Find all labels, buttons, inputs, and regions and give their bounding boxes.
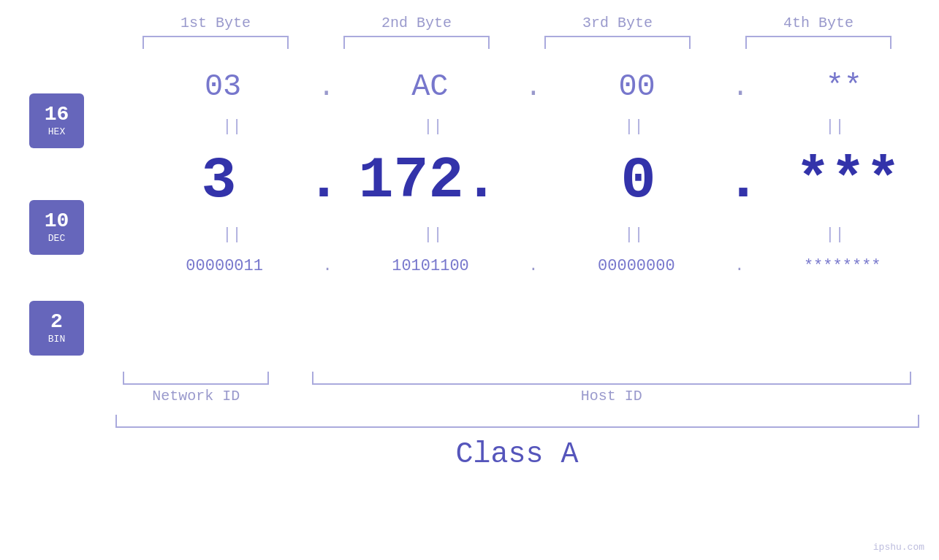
bracket-top-4 [745,36,892,49]
bin-cell-1: 00000011 [137,257,312,275]
dec-value-1: 3 [167,147,270,214]
bracket-long [115,415,919,428]
hex-cell-2: AC [342,69,517,104]
equals-1-1: || [145,118,320,136]
dec-value-4: *** [795,147,900,214]
hex-value-4: ** [793,69,895,104]
dec-row: 3 . 172. . 0 . *** [132,142,935,220]
dec-badge-number: 10 [45,210,69,233]
bracket-network [123,372,269,385]
dec-dot-3: . [726,147,761,214]
bin-dot-2: . [528,257,538,275]
hex-cell-1: 03 [135,69,311,104]
bin-cell-2: 10101100 [343,257,518,275]
equals-1-4: || [748,118,923,136]
bin-cell-4: ******** [755,257,930,275]
equals-row-2: || || || || [132,226,935,244]
hex-value-1: 03 [172,69,274,104]
hex-badge-label: HEX [48,126,65,138]
byte2-label: 2nd Byte [329,15,504,31]
dec-dot-1: . [306,147,341,214]
hex-cell-3: 00 [550,69,725,104]
bin-dot-3: . [734,257,744,275]
bin-badge-wrapper: 2 BIN [29,291,124,364]
dec-cell-4: *** [761,147,935,214]
dec-cell-2: 172. [341,147,516,214]
byte3-label: 3rd Byte [530,15,705,31]
dec-value-3: 0 [587,147,689,214]
hex-badge-number: 16 [45,104,69,126]
data-grid: 03 . AC . 00 . ** || || || || [132,56,935,283]
badges-column: 16 HEX 10 DEC 2 BIN [29,56,124,364]
main-container: 1st Byte 2nd Byte 3rd Byte 4th Byte 16 H… [0,0,939,560]
equals-1-2: || [346,118,521,136]
class-label: Class A [455,438,578,471]
bin-badge-number: 2 [50,311,63,334]
network-id-label: Network ID [123,388,269,404]
equals-1-3: || [547,118,722,136]
equals-2-1: || [145,226,320,244]
bracket-host [312,372,911,385]
hex-row: 03 . AC . 00 . ** [132,62,935,112]
dec-cell-3: 0 [551,147,726,214]
equals-row-1: || || || || [132,118,935,136]
bin-cell-3: 00000000 [549,257,724,275]
bracket-top-2 [343,36,490,49]
byte-headers: 1st Byte 2nd Byte 3rd Byte 4th Byte [115,15,919,31]
hex-badge-wrapper: 16 HEX [29,78,124,163]
byte4-label: 4th Byte [731,15,906,31]
watermark: ipshu.com [873,542,924,553]
dec-cell-1: 3 [132,147,306,214]
bin-row: 00000011 . 10101100 . 00000000 . *******… [132,250,935,283]
bin-dot-1: . [322,257,332,275]
equals-2-4: || [748,226,923,244]
bracket-top-3 [544,36,691,49]
dec-value-2: 172. [358,147,498,214]
hex-dot-2: . [525,72,542,103]
equals-2-3: || [547,226,722,244]
bottom-section: Network ID Host ID Class A [0,372,939,478]
bin-value-2: 10101100 [379,257,482,275]
hex-cell-4: ** [756,69,932,104]
bin-value-1: 00000011 [173,257,275,275]
hex-badge: 16 HEX [29,93,84,148]
bin-value-3: 00000000 [585,257,688,275]
bin-value-4: ******** [791,257,894,275]
dec-badge-wrapper: 10 DEC [29,163,124,291]
hex-value-2: AC [379,69,481,104]
hex-dot-1: . [318,72,335,103]
hex-dot-3: . [732,72,749,103]
bin-badge: 2 BIN [29,301,84,356]
dec-badge-label: DEC [48,233,65,245]
host-id-label: Host ID [312,388,911,404]
top-brackets [115,36,919,49]
byte1-label: 1st Byte [128,15,303,31]
hex-value-3: 00 [586,69,688,104]
equals-2-2: || [346,226,521,244]
dec-badge: 10 DEC [29,200,84,255]
bracket-top-1 [142,36,289,49]
bin-badge-label: BIN [48,334,65,345]
